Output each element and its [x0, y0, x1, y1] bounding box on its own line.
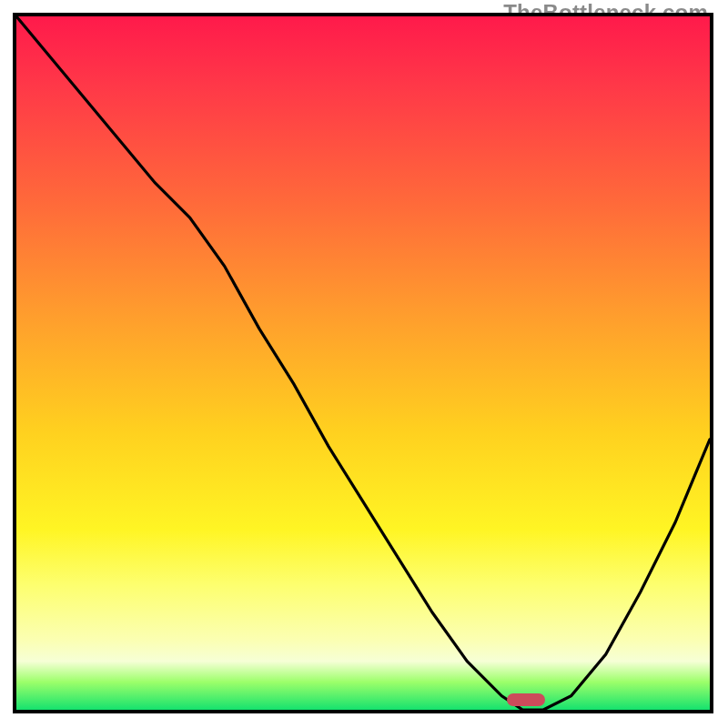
chart-gradient-background [16, 16, 710, 710]
chart-frame [13, 13, 713, 713]
optimal-range-marker [507, 693, 545, 706]
